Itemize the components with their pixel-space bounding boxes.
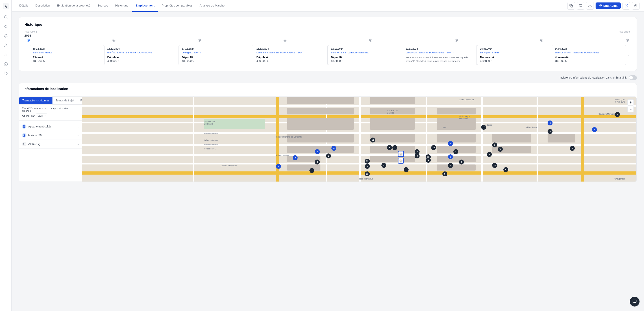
- historique-title: Historique: [24, 23, 631, 27]
- timeline-dot-4[interactable]: [284, 39, 286, 41]
- map-pin-8g[interactable]: 8: [365, 164, 370, 169]
- copy-action-button[interactable]: [567, 2, 575, 10]
- timeline-date-3: 13.12.2024: [256, 47, 325, 50]
- timeline-dot-1[interactable]: [27, 39, 29, 41]
- map-pin-11d[interactable]: 11: [365, 159, 370, 164]
- map-pin-11c[interactable]: 11: [492, 163, 497, 168]
- user-nav-icon[interactable]: [2, 41, 10, 49]
- map-pin-7c[interactable]: 7: [404, 167, 408, 172]
- bell-nav-icon[interactable]: [2, 32, 10, 40]
- nav-emplacement[interactable]: Emplacement: [132, 0, 158, 12]
- prop-appartement[interactable]: Appartement (132) ⌄: [19, 122, 82, 131]
- map-pin-8f[interactable]: 8: [387, 145, 392, 150]
- map-pin-5b[interactable]: 5: [570, 146, 575, 151]
- map-pin-7b[interactable]: 7: [448, 163, 453, 168]
- timeline-card-5[interactable]: 19.11.2024 Leboncoin: Sandrine TOURNADRE…: [403, 45, 477, 65]
- tab-trajet[interactable]: Temps de trajet: [52, 97, 77, 104]
- timeline-dot-6[interactable]: [455, 39, 458, 41]
- zoom-in-button[interactable]: +: [628, 99, 634, 106]
- svg-rect-15: [24, 127, 25, 128]
- timeline-next-button[interactable]: ›: [626, 45, 631, 65]
- map-pin-7a[interactable]: 7: [492, 142, 497, 147]
- map-pin-13[interactable]: 13: [431, 145, 436, 150]
- map-pin-4a[interactable]: 4: [392, 145, 397, 150]
- map-pin-5c[interactable]: 5: [382, 163, 386, 168]
- settings-action-button[interactable]: [632, 2, 640, 10]
- timeline-date-5: 19.11.2024: [406, 47, 474, 50]
- timeline-dot-2[interactable]: [113, 39, 115, 41]
- zoom-out-button[interactable]: −: [628, 106, 634, 112]
- nav-comparables[interactable]: Propriétés comparables: [158, 0, 196, 12]
- timeline-card-3[interactable]: 13.12.2024 Leboncoin: Sandrine TOURNADRE…: [254, 45, 328, 65]
- map-pin-8a[interactable]: 8: [548, 129, 552, 134]
- timeline-card-4[interactable]: 12.12.2024 Seloger: Safti Tournadre Sand…: [328, 45, 402, 65]
- chat-action-button[interactable]: [577, 2, 584, 10]
- map-pin-4c[interactable]: 4: [332, 146, 336, 151]
- map-pin-4e[interactable]: 4: [276, 164, 281, 169]
- timeline-prev-button[interactable]: ‹: [24, 45, 30, 65]
- prop-maison[interactable]: Maison (30) ⌄: [19, 131, 82, 140]
- sidebar: A: [0, 0, 12, 311]
- timeline-card-0[interactable]: 19.12.2024 Safti: Safti France Réservé 4…: [30, 45, 104, 65]
- nav-historique[interactable]: Historique: [112, 0, 132, 12]
- map-pin-5f[interactable]: 5: [442, 171, 447, 176]
- map-pin-5d[interactable]: 5: [504, 167, 508, 172]
- nav-sources[interactable]: Sources: [94, 0, 111, 12]
- map-pin-house1[interactable]: 🏠: [398, 158, 404, 164]
- nav-details[interactable]: Détails: [16, 0, 32, 12]
- block-12: [492, 134, 531, 142]
- search-nav-icon[interactable]: [2, 13, 10, 21]
- timeline-dot-7[interactable]: [541, 39, 543, 41]
- map-pin-3a[interactable]: 3: [615, 112, 620, 117]
- map-label-choupinette: Choupinette: [614, 178, 626, 180]
- localisation-toggle[interactable]: [629, 75, 637, 80]
- map-pin-2c[interactable]: 2: [293, 155, 298, 160]
- map-pin-3b[interactable]: 3: [414, 153, 420, 158]
- download-action-button[interactable]: [586, 2, 594, 10]
- timeline-card-7[interactable]: 14.06.2024 Bien`ici: SAFTI - Sandrine TO…: [552, 45, 626, 65]
- map-pin-3c[interactable]: 3: [315, 160, 320, 164]
- timeline-dot-5[interactable]: [370, 39, 372, 41]
- map-pin-6[interactable]: 6: [548, 121, 552, 125]
- map-pin-12[interactable]: 12: [481, 125, 486, 130]
- timeline-dot-8[interactable]: [626, 39, 628, 41]
- map-pin-house2[interactable]: 🏠: [398, 151, 404, 157]
- nav-description[interactable]: Description: [32, 0, 53, 12]
- timeline-card-1[interactable]: 13.12.2024 Bien`ici: SAFTI - Sandrine TO…: [104, 45, 179, 65]
- star-nav-icon[interactable]: [2, 23, 10, 31]
- map-pin-11b[interactable]: 11: [426, 154, 431, 159]
- chat-support-button[interactable]: [630, 297, 640, 306]
- map-pin-5a[interactable]: 5: [487, 152, 492, 157]
- map-pin-2b[interactable]: 2: [448, 154, 453, 159]
- map-pin-8b[interactable]: 8: [592, 127, 597, 132]
- map-pin-10[interactable]: 10: [498, 147, 503, 152]
- map-pin-3d[interactable]: 3: [310, 168, 314, 173]
- map-pin-4d[interactable]: 4: [315, 149, 320, 154]
- nav-evaluation[interactable]: Évaluation de la propriété: [54, 0, 93, 12]
- tag-nav-icon[interactable]: [2, 70, 10, 78]
- smartlink-button[interactable]: SmartLink: [596, 3, 621, 9]
- timeline-card-6[interactable]: 15.06.2024 Le Figaro: SAFTI Nouveauté 48…: [477, 45, 552, 65]
- map-pin-5e[interactable]: 5: [326, 153, 331, 158]
- chart-nav-icon[interactable]: [2, 51, 10, 59]
- map-pin-11e[interactable]: 11: [365, 171, 370, 176]
- map-area[interactable]: Crédit Coopératif Parking du8 mai 1945 P…: [82, 97, 636, 182]
- map-pin-11a[interactable]: 11: [370, 138, 375, 142]
- map-pin-8e[interactable]: 8: [459, 160, 464, 164]
- prop-autre[interactable]: Autre (17) ⌄: [19, 140, 82, 149]
- nav-analyse[interactable]: Analyse de Marché: [196, 0, 228, 12]
- tab-transactions[interactable]: Transactions clôturées: [19, 97, 52, 104]
- timeline-price-3: 480 000 €: [256, 60, 325, 63]
- page-content: Historique Plus récent Plus ancien 2024: [12, 12, 644, 311]
- timeline-dot-3[interactable]: [198, 39, 200, 41]
- home-nav-icon[interactable]: [2, 60, 10, 68]
- localisation-card: Informations de localisation Transaction…: [19, 83, 637, 182]
- timeline-source-0: Safti: Safti France: [33, 51, 101, 54]
- timeline-date-1: 13.12.2024: [108, 47, 176, 50]
- date-select[interactable]: Date: [36, 114, 47, 118]
- map-pin-8d[interactable]: 8: [454, 149, 458, 154]
- timeline-card-2[interactable]: 13.12.2024 Le Figaro: SAFTI Dépublié 480…: [179, 45, 253, 65]
- edit-action-button[interactable]: [622, 2, 630, 10]
- map-pin-2a[interactable]: 2: [448, 141, 453, 146]
- top-navigation: Détails Description Évaluation de la pro…: [12, 0, 644, 12]
